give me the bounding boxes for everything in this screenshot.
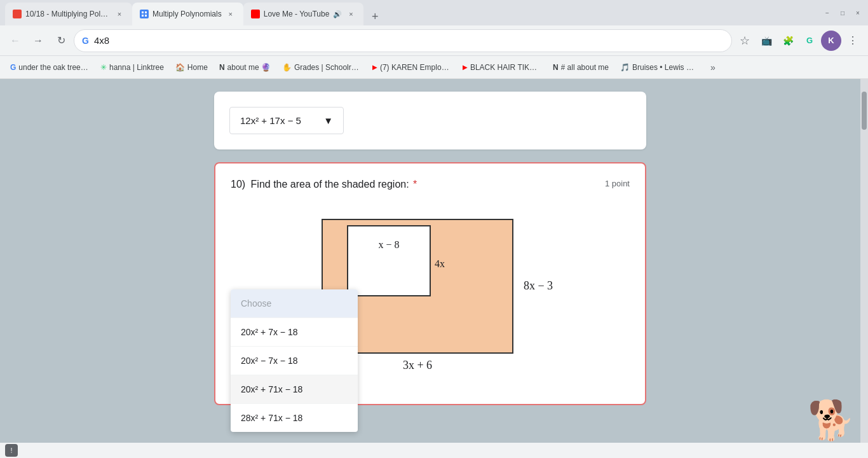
dropdown-placeholder[interactable]: Choose: [231, 289, 358, 318]
nav-bar: ← → ↻ G 4x8 ☆ 📺 🧩 G K ⋮: [0, 25, 868, 56]
page-content: 12x² + 17x − 5 ▼ 10) Find the area of th…: [0, 79, 868, 443]
bm7-favicon: ▶: [463, 64, 468, 71]
bookmark-all-about-me[interactable]: N # all about me: [548, 60, 614, 74]
tab3-close[interactable]: ×: [346, 9, 356, 19]
address-text: 4x8: [94, 35, 109, 46]
bottom-bar: !: [0, 443, 868, 458]
forward-button[interactable]: →: [28, 31, 48, 51]
grammarly-icon[interactable]: G: [799, 31, 820, 51]
bookmark-about-me[interactable]: N about me 🔮: [214, 60, 276, 74]
dropdown-arrow-icon: ▼: [323, 115, 333, 126]
bm7-label: BLACK HAIR TIKTOK...: [470, 63, 541, 72]
tab1-close[interactable]: ×: [114, 9, 125, 19]
svg-rect-3: [145, 15, 147, 17]
bm1-label: under the oak tree -...: [18, 63, 89, 72]
bm4-favicon: N: [219, 63, 225, 72]
dropdown-option-2[interactable]: 20x² − 7x − 18: [231, 347, 358, 375]
tab3-title: Love Me - YouTube: [264, 10, 330, 18]
bookmark-karen[interactable]: ▶ (7) KAREN Employe...: [367, 60, 456, 74]
bookmarks-bar: G under the oak tree -... ✳ hanna | Link…: [0, 56, 868, 79]
dropdown-option-4[interactable]: 28x² + 71x − 18: [231, 404, 358, 432]
prev-answer-card: 12x² + 17x − 5 ▼: [214, 92, 646, 149]
bookmark-black-hair[interactable]: ▶ BLACK HAIR TIKTOK...: [458, 60, 546, 74]
scrollbar[interactable]: [860, 79, 868, 443]
bm6-label: (7) KAREN Employe...: [380, 63, 451, 72]
browser-frame: 10/18 - Multiplying Polynomia... × Multi…: [0, 0, 868, 458]
bm1-favicon: G: [10, 63, 16, 72]
tab1-favicon: [13, 10, 22, 18]
question-text: Find the area of the shaded region:: [251, 179, 409, 190]
tab-youtube[interactable]: Love Me - YouTube 🔊 ×: [243, 3, 364, 25]
svg-rect-1: [145, 11, 147, 13]
extensions-button[interactable]: 🧩: [778, 31, 798, 51]
tabs-container: 10/18 - Multiplying Polynomia... × Multi…: [5, 0, 817, 25]
svg-text:3x + 6: 3x + 6: [403, 359, 432, 371]
dog-decoration: 🐕: [808, 398, 855, 443]
bm5-favicon: ✋: [282, 63, 292, 72]
profile-button[interactable]: K: [821, 31, 841, 51]
bookmark-grades[interactable]: ✋ Grades | Schoolrunn...: [277, 60, 366, 74]
bookmark-linktree[interactable]: ✳ hanna | Linktree: [95, 60, 169, 74]
tab-multiply-polynomials[interactable]: Multiply Polynomials ×: [132, 3, 243, 25]
bm6-favicon: ▶: [372, 64, 377, 71]
bm2-label: hanna | Linktree: [109, 63, 164, 72]
bookmark-under-oak-tree[interactable]: G under the oak tree -...: [5, 60, 94, 74]
close-window-button[interactable]: ×: [853, 8, 863, 18]
tab1-title: 10/18 - Multiplying Polynomia...: [25, 10, 111, 18]
bm8-label: # all about me: [561, 63, 609, 72]
title-bar: 10/18 - Multiplying Polynomia... × Multi…: [0, 0, 868, 25]
menu-button[interactable]: ⋮: [843, 31, 863, 51]
window-controls: − □ ×: [822, 8, 863, 18]
svg-rect-2: [142, 15, 144, 17]
google-icon: G: [82, 36, 89, 46]
address-bar[interactable]: G 4x8: [74, 29, 732, 52]
bm8-favicon: N: [553, 63, 559, 72]
minimize-button[interactable]: −: [822, 8, 832, 18]
tab-multiplying-polynomials[interactable]: 10/18 - Multiplying Polynomia... ×: [5, 3, 132, 25]
tab2-close[interactable]: ×: [226, 9, 236, 19]
bm9-label: Bruises • Lewis Cap...: [632, 63, 699, 72]
back-button[interactable]: ←: [5, 31, 25, 51]
page-scroll: 12x² + 17x − 5 ▼ 10) Find the area of th…: [0, 79, 860, 443]
svg-text:4x: 4x: [435, 258, 445, 269]
diagram-container: 3x + 6 8x − 3 x − 8 4x Choose 20x² + 7x …: [231, 200, 630, 378]
question-points: 1 point: [605, 179, 630, 188]
bookmarks-more-button[interactable]: »: [705, 60, 721, 75]
answer-dropdown[interactable]: 12x² + 17x − 5 ▼: [229, 107, 344, 134]
tab2-title: Multiply Polynomials: [153, 10, 222, 18]
answer-dropdown-menu[interactable]: Choose 20x² + 7x − 18 20x² − 7x − 18 20x…: [231, 289, 358, 432]
dropdown-option-3[interactable]: 20x² + 71x − 18: [231, 375, 358, 404]
svg-rect-0: [142, 11, 144, 13]
new-tab-button[interactable]: +: [366, 8, 384, 25]
svg-text:x − 8: x − 8: [378, 239, 399, 250]
question-header: 10) Find the area of the shaded region: …: [231, 179, 630, 190]
bm3-favicon: 🏠: [175, 63, 185, 72]
question-title: 10) Find the area of the shaded region: …: [231, 179, 417, 190]
scrollbar-thumb[interactable]: [862, 92, 867, 130]
cast-button[interactable]: 📺: [756, 31, 776, 51]
tab3-favicon: [251, 10, 260, 18]
nav-actions: ☆ 📺 🧩 G K ⋮: [735, 31, 863, 51]
required-star: *: [413, 179, 417, 190]
bm5-label: Grades | Schoolrunn...: [294, 63, 361, 72]
bookmark-bruises[interactable]: 🎵 Bruises • Lewis Cap...: [615, 60, 704, 74]
bookmark-home[interactable]: 🏠 Home: [170, 60, 213, 74]
audio-icon: 🔊: [333, 10, 342, 18]
bookmark-star-button[interactable]: ☆: [735, 31, 755, 51]
question-number: 10): [231, 179, 245, 190]
dropdown-option-1[interactable]: 20x² + 7x − 18: [231, 318, 358, 347]
info-button[interactable]: !: [5, 444, 18, 457]
bm9-favicon: 🎵: [620, 63, 630, 72]
bm4-label: about me 🔮: [227, 63, 271, 72]
bm2-favicon: ✳: [100, 63, 107, 72]
prev-answer-text: 12x² + 17x − 5: [240, 115, 301, 126]
maximize-button[interactable]: □: [837, 8, 848, 18]
question-card: 10) Find the area of the shaded region: …: [214, 162, 646, 405]
svg-text:8x − 3: 8x − 3: [524, 279, 553, 292]
refresh-button[interactable]: ↻: [51, 31, 71, 51]
svg-rect-5: [348, 226, 430, 296]
bm3-label: Home: [187, 63, 208, 72]
tab2-favicon: [140, 10, 149, 18]
